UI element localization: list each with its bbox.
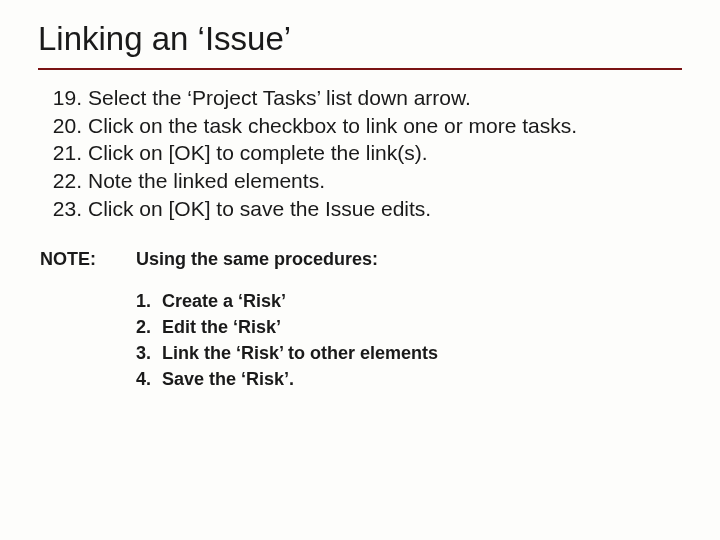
step-text: Click on [OK] to save the Issue edits.	[88, 195, 680, 223]
slide: Linking an ‘Issue’ 19. Select the ‘Proje…	[0, 0, 720, 392]
step-item: 19. Select the ‘Project Tasks’ list down…	[40, 84, 680, 112]
title-underline	[38, 68, 682, 70]
sublist-number: 4.	[136, 366, 162, 392]
sublist-item: 1. Create a ‘Risk’	[136, 288, 682, 314]
note-row: NOTE: Using the same procedures:	[38, 249, 682, 270]
sublist-item: 2. Edit the ‘Risk’	[136, 314, 682, 340]
step-text: Click on [OK] to complete the link(s).	[88, 139, 680, 167]
sublist-number: 1.	[136, 288, 162, 314]
step-number: 19.	[40, 84, 88, 112]
sublist-text: Link the ‘Risk’ to other elements	[162, 340, 682, 366]
step-text: Select the ‘Project Tasks’ list down arr…	[88, 84, 680, 112]
slide-title: Linking an ‘Issue’	[38, 20, 682, 62]
step-item: 22. Note the linked elements.	[40, 167, 680, 195]
sublist-item: 4. Save the ‘Risk’.	[136, 366, 682, 392]
step-number: 23.	[40, 195, 88, 223]
sublist-text: Create a ‘Risk’	[162, 288, 682, 314]
sublist-item: 3. Link the ‘Risk’ to other elements	[136, 340, 682, 366]
sublist-number: 3.	[136, 340, 162, 366]
step-number: 22.	[40, 167, 88, 195]
step-list: 19. Select the ‘Project Tasks’ list down…	[38, 84, 682, 223]
step-item: 20. Click on the task checkbox to link o…	[40, 112, 680, 140]
step-text: Note the linked elements.	[88, 167, 680, 195]
note-sublist: 1. Create a ‘Risk’ 2. Edit the ‘Risk’ 3.…	[38, 288, 682, 392]
step-number: 21.	[40, 139, 88, 167]
step-item: 23. Click on [OK] to save the Issue edit…	[40, 195, 680, 223]
sublist-number: 2.	[136, 314, 162, 340]
note-label: NOTE:	[40, 249, 136, 270]
step-number: 20.	[40, 112, 88, 140]
sublist-text: Save the ‘Risk’.	[162, 366, 682, 392]
step-text: Click on the task checkbox to link one o…	[88, 112, 680, 140]
sublist-text: Edit the ‘Risk’	[162, 314, 682, 340]
note-text: Using the same procedures:	[136, 249, 682, 270]
step-item: 21. Click on [OK] to complete the link(s…	[40, 139, 680, 167]
